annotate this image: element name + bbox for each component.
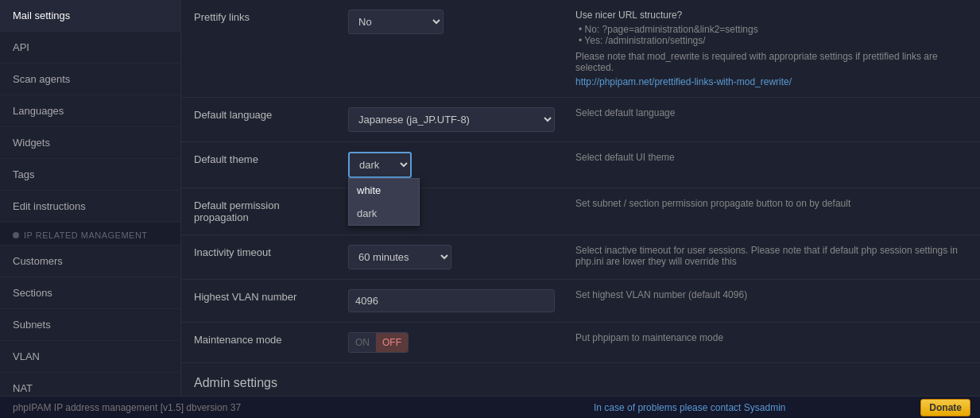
default-theme-row: Default theme dark white white dark Sele…	[181, 142, 980, 188]
ip-management-header: IP RELATED MANAGEMENT	[0, 223, 180, 246]
sidebar-item-nat[interactable]: NAT	[0, 373, 180, 396]
prettify-links-control: No Yes	[340, 0, 563, 44]
inactivity-timeout-desc: Select inactive timeout for user session…	[563, 235, 980, 277]
sidebar-item-languages[interactable]: Languages	[0, 95, 180, 127]
main-content: Prettify links No Yes Use nicer URL stru…	[181, 0, 980, 396]
maintenance-mode-control: ON OFF	[340, 323, 563, 362]
default-permission-desc: Set subnet / section permission propagat…	[563, 188, 980, 219]
highest-vlan-desc: Set highest VLAN number (default 4096)	[563, 280, 980, 310]
inactivity-timeout-label: Inactivity timeout	[181, 235, 340, 269]
sidebar-item-mail-settings[interactable]: Mail settings	[0, 0, 180, 32]
default-theme-select[interactable]: dark white	[348, 152, 412, 178]
sidebar-item-sections[interactable]: Sections	[0, 277, 180, 309]
sidebar-item-vlan[interactable]: VLAN	[0, 341, 180, 373]
default-language-label: Default language	[181, 98, 340, 132]
prettify-links-desc: Use nicer URL structure? No: ?page=admin…	[563, 0, 980, 97]
inactivity-timeout-row: Inactivity timeout 30 minutes 60 minutes…	[181, 235, 980, 280]
maintenance-mode-desc: Put phpipam to maintenance mode	[563, 323, 980, 353]
sidebar-item-scan-agents[interactable]: Scan agents	[0, 64, 180, 95]
footer-version: phpIPAM IP address management [v1.5] dbv…	[0, 402, 468, 413]
default-permission-label: Default permission propagation	[181, 188, 340, 234]
sidebar: Mail settings API Scan agents Languages …	[0, 0, 181, 396]
highest-vlan-row: Highest VLAN number Set highest VLAN num…	[181, 280, 980, 323]
prettify-links-select[interactable]: No Yes	[348, 10, 444, 34]
maintenance-mode-toggle[interactable]: ON OFF	[348, 332, 409, 353]
default-permission-row: Default permission propagation Set subne…	[181, 188, 980, 235]
default-language-control: Japanese (ja_JP.UTF-8)	[340, 98, 563, 141]
admin-settings-header: Admin settings	[181, 363, 980, 396]
sidebar-item-widgets[interactable]: Widgets	[0, 127, 180, 159]
highest-vlan-input[interactable]	[348, 289, 555, 312]
sidebar-item-tags[interactable]: Tags	[0, 159, 180, 191]
theme-option-dark[interactable]: dark	[349, 202, 419, 225]
default-theme-label: Default theme	[181, 142, 340, 176]
prettify-links-row: Prettify links No Yes Use nicer URL stru…	[181, 0, 980, 98]
maintenance-mode-label: Maintenance mode	[181, 323, 340, 357]
sidebar-item-subnets[interactable]: Subnets	[0, 309, 180, 341]
ip-section-dot-icon	[13, 232, 19, 238]
default-theme-desc: Select default UI theme	[563, 142, 980, 172]
default-language-select[interactable]: Japanese (ja_JP.UTF-8)	[348, 107, 555, 132]
default-theme-control: dark white white dark	[340, 142, 563, 188]
footer-contact[interactable]: In case of problems please contact Sysad…	[468, 402, 911, 413]
theme-dropdown-container: dark white white dark	[348, 152, 412, 178]
footer: phpIPAM IP address management [v1.5] dbv…	[0, 396, 980, 418]
footer-donate: Donate	[911, 399, 980, 416]
maintenance-toggle-off: OFF	[376, 333, 408, 352]
theme-dropdown-list: white dark	[348, 178, 420, 226]
inactivity-timeout-select[interactable]: 30 minutes 60 minutes 120 minutes Never	[348, 245, 451, 269]
default-language-row: Default language Japanese (ja_JP.UTF-8) …	[181, 98, 980, 142]
theme-option-white[interactable]: white	[349, 179, 419, 202]
highest-vlan-control	[340, 280, 563, 322]
mod-rewrite-link[interactable]: http://phpipam.net/prettified-links-with…	[575, 76, 792, 87]
sidebar-item-api[interactable]: API	[0, 32, 180, 64]
maintenance-toggle-on: ON	[349, 333, 376, 352]
prettify-links-label: Prettify links	[181, 0, 340, 34]
sidebar-item-customers[interactable]: Customers	[0, 246, 180, 277]
sidebar-item-edit-instructions[interactable]: Edit instructions	[0, 191, 180, 223]
donate-button[interactable]: Donate	[920, 399, 970, 416]
maintenance-mode-row: Maintenance mode ON OFF Put phpipam to m…	[181, 323, 980, 363]
default-language-desc: Select default language	[563, 98, 980, 128]
inactivity-timeout-control: 30 minutes 60 minutes 120 minutes Never	[340, 235, 563, 279]
highest-vlan-label: Highest VLAN number	[181, 280, 340, 314]
